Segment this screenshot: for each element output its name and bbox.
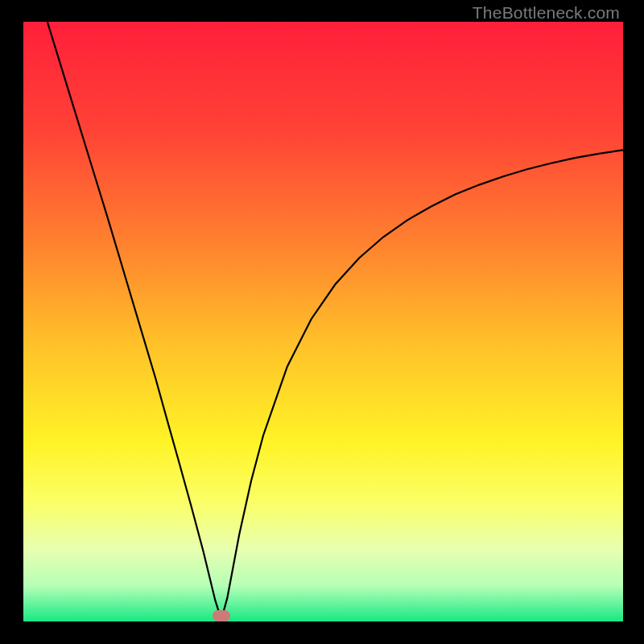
- chart-frame: TheBottleneck.com: [0, 0, 644, 644]
- plot-area: [23, 22, 623, 621]
- curve-svg: [23, 22, 623, 621]
- gradient-background: [23, 22, 623, 621]
- watermark-label: TheBottleneck.com: [473, 3, 620, 23]
- optimum-marker: [213, 610, 230, 621]
